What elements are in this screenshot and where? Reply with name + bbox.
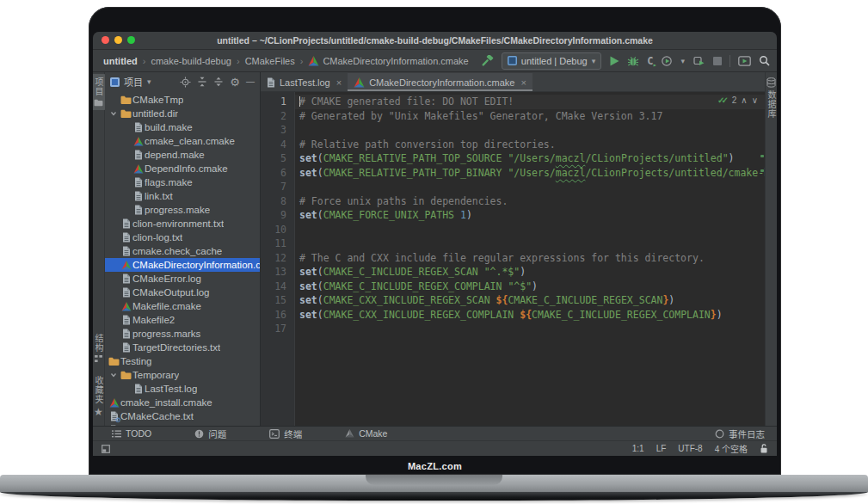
tool-strip-tab-favorites[interactable]: 收藏夹 ★ bbox=[93, 372, 106, 421]
file-icon bbox=[132, 122, 145, 132]
line-number[interactable]: 12 bbox=[261, 251, 286, 266]
line-number[interactable]: 2 bbox=[261, 109, 286, 124]
tree-item[interactable]: TargetDirectories.txt bbox=[105, 341, 260, 354]
tree-item[interactable]: DependInfo.cmake bbox=[105, 162, 260, 175]
profiler-button[interactable] bbox=[661, 55, 673, 67]
tree-item[interactable]: Testing bbox=[105, 354, 260, 368]
line-number[interactable]: 6 bbox=[261, 166, 286, 181]
close-icon[interactable]: × bbox=[336, 77, 342, 88]
tree-item[interactable]: depend.make bbox=[105, 148, 260, 162]
gear-icon[interactable]: ⚙ bbox=[230, 77, 240, 88]
chevron-down-icon[interactable]: ▾ bbox=[147, 77, 151, 86]
tree-item[interactable]: cmake.check_cache bbox=[105, 244, 260, 258]
tree-item[interactable]: clion-log.txt bbox=[105, 230, 260, 244]
lock-icon[interactable] bbox=[760, 444, 768, 453]
tree-item[interactable]: ⚙CMakeCache.txt bbox=[105, 409, 260, 423]
project-panel-title[interactable]: 项目 bbox=[124, 75, 143, 89]
line-number[interactable]: 5 bbox=[261, 151, 286, 166]
zoom-window-button[interactable] bbox=[127, 36, 135, 44]
code-editor[interactable]: 1234567891011121314151617 # CMAKE genera… bbox=[261, 92, 765, 426]
scrollbar-warning-mark[interactable] bbox=[760, 169, 764, 172]
line-number[interactable]: 8 bbox=[261, 194, 286, 209]
breadcrumb-file[interactable]: CMakeDirectoryInformation.cmake bbox=[323, 56, 468, 66]
indent-setting[interactable]: 4 个空格 bbox=[715, 442, 748, 455]
build-hammer-icon[interactable] bbox=[481, 55, 494, 67]
run-anything-button[interactable] bbox=[738, 56, 751, 66]
editor-tab-label: LastTest.log bbox=[280, 77, 330, 88]
run-configuration-dropdown[interactable]: untitled | Debug ▾ bbox=[502, 52, 601, 70]
tree-item[interactable]: flags.make bbox=[105, 175, 260, 189]
close-icon[interactable]: × bbox=[520, 77, 526, 88]
line-number[interactable]: 11 bbox=[261, 237, 286, 251]
line-number[interactable]: 9 bbox=[261, 208, 286, 223]
line-ending[interactable]: LF bbox=[656, 444, 667, 453]
tool-window-event-log[interactable]: 事件日志 bbox=[715, 427, 765, 440]
line-number[interactable]: 16 bbox=[261, 308, 286, 323]
line-number[interactable]: 14 bbox=[261, 280, 286, 294]
line-number[interactable]: 15 bbox=[261, 293, 286, 308]
window-title: untitled – ~/CLionProjects/untitled/cmak… bbox=[217, 35, 653, 46]
hide-panel-icon[interactable]: — bbox=[246, 77, 255, 86]
tree-item[interactable]: cmake_clean.cmake bbox=[105, 134, 260, 148]
tree-item[interactable]: CMakeError.log bbox=[105, 272, 260, 286]
tool-strip-tab-structure[interactable]: 结构 bbox=[93, 330, 106, 366]
file-encoding[interactable]: UTF-8 bbox=[678, 444, 702, 453]
tool-window-problems[interactable]: 问题 bbox=[194, 427, 226, 440]
breadcrumb-folder[interactable]: cmake-build-debug bbox=[151, 56, 231, 66]
tree-item[interactable]: link.txt bbox=[105, 189, 260, 203]
app-config-icon bbox=[508, 56, 517, 65]
tool-window-switcher-icon[interactable] bbox=[102, 445, 110, 453]
line-number[interactable]: 3 bbox=[261, 123, 286, 138]
chevron-down-icon[interactable]: ▾ bbox=[680, 57, 685, 65]
tool-window-todo[interactable]: TODO bbox=[112, 428, 151, 439]
editor-gutter[interactable]: 1234567891011121314151617 bbox=[261, 92, 295, 426]
chevron-right-icon: › bbox=[237, 56, 240, 66]
caret-position[interactable]: 1:1 bbox=[632, 444, 644, 453]
tree-item[interactable]: untitled.dir bbox=[105, 107, 260, 120]
tree-item[interactable]: Temporary bbox=[105, 368, 260, 382]
stop-button[interactable] bbox=[713, 57, 722, 65]
line-number[interactable]: 10 bbox=[261, 223, 286, 237]
breadcrumb-project[interactable]: untitled bbox=[103, 56, 138, 66]
inspection-widget[interactable]: ✓✓ 2 ∧ ∨ bbox=[717, 94, 758, 108]
close-window-button[interactable] bbox=[102, 36, 109, 44]
tree-item[interactable]: progress.marks bbox=[105, 327, 260, 341]
line-number[interactable]: 13 bbox=[261, 265, 286, 280]
project-tree[interactable]: CMakeTmpuntitled.dirbuild.makecmake_clea… bbox=[105, 91, 260, 426]
tool-window-terminal[interactable]: 终端 bbox=[269, 427, 302, 440]
next-problem-icon[interactable]: ∨ bbox=[752, 94, 758, 108]
tree-item[interactable]: CMakeTmp bbox=[105, 93, 260, 107]
tree-item[interactable]: clion-environment.txt bbox=[105, 217, 260, 230]
debug-button[interactable] bbox=[627, 55, 639, 67]
tree-item[interactable]: CMakeOutput.log bbox=[105, 286, 260, 299]
tree-item[interactable]: cmake_install.cmake bbox=[105, 396, 260, 409]
search-everywhere-button[interactable] bbox=[759, 55, 770, 66]
minimize-window-button[interactable] bbox=[114, 36, 122, 44]
run-button[interactable] bbox=[609, 56, 619, 66]
tree-item[interactable]: progress.make bbox=[105, 203, 260, 217]
tool-window-cmake[interactable]: CMake bbox=[345, 428, 387, 439]
code-area[interactable]: # CMAKE generated file: DO NOT EDIT!# Ge… bbox=[295, 92, 765, 426]
prev-problem-icon[interactable]: ∧ bbox=[741, 94, 747, 108]
line-number[interactable]: 1 bbox=[261, 95, 286, 109]
tree-item[interactable]: Makefile.cmake bbox=[105, 299, 260, 313]
attach-process-button[interactable] bbox=[693, 55, 705, 67]
scrollbar-warning-mark[interactable] bbox=[760, 155, 764, 157]
expand-all-icon[interactable] bbox=[213, 77, 224, 87]
line-number[interactable]: 17 bbox=[261, 322, 286, 336]
locate-file-icon[interactable] bbox=[180, 77, 191, 88]
macos-titlebar[interactable]: untitled – ~/CLionProjects/untitled/cmak… bbox=[93, 32, 777, 50]
tree-item[interactable]: LastTest.log bbox=[105, 382, 260, 396]
breadcrumb-folder[interactable]: CMakeFiles bbox=[245, 56, 295, 66]
tool-strip-tab-database[interactable]: 数据库 bbox=[764, 74, 777, 122]
editor-tab-cmakedirectoryinformation[interactable]: CMakeDirectoryInformation.cmake × bbox=[348, 73, 532, 91]
tree-item[interactable]: Makefile2 bbox=[105, 313, 260, 327]
line-number[interactable]: 7 bbox=[261, 180, 286, 194]
tree-item[interactable]: CMakeDirectoryInformation.cmake bbox=[105, 258, 260, 272]
run-coverage-button[interactable]: C▸ bbox=[647, 55, 653, 67]
line-number[interactable]: 4 bbox=[261, 138, 286, 152]
tree-item[interactable]: build.make bbox=[105, 120, 260, 134]
collapse-all-icon[interactable] bbox=[197, 77, 207, 87]
editor-tab-lasttest[interactable]: LastTest.log × bbox=[261, 73, 348, 91]
tool-strip-tab-project[interactable]: 项目 bbox=[93, 74, 106, 110]
